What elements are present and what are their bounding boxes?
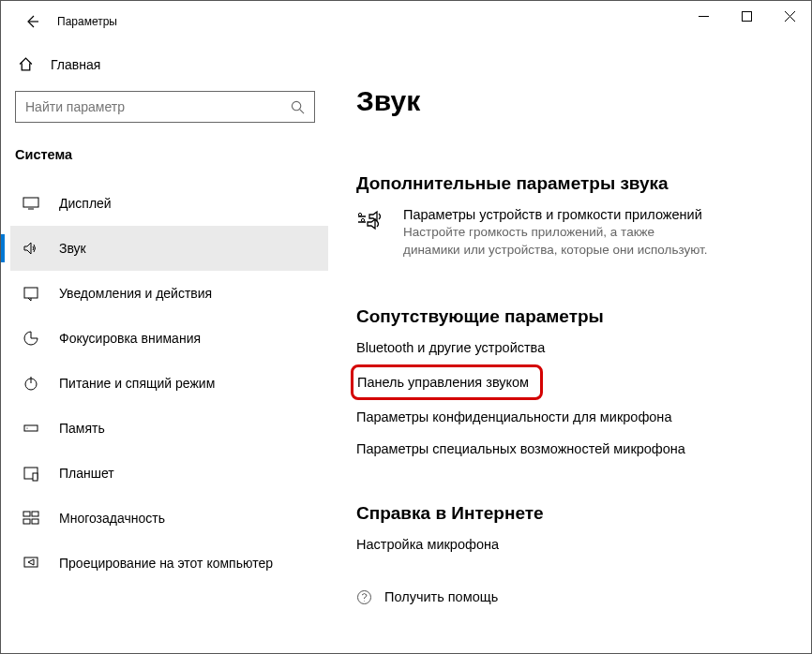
- close-icon: [785, 11, 795, 22]
- sidebar-item-label: Уведомления и действия: [59, 286, 212, 301]
- link-sound-control-panel[interactable]: Панель управления звуком: [351, 364, 543, 400]
- svg-rect-3: [24, 288, 38, 298]
- search-icon: [291, 100, 305, 114]
- power-icon: [20, 375, 42, 392]
- svg-point-15: [361, 218, 364, 221]
- sidebar-item-label: Звук: [59, 241, 86, 256]
- tablet-icon: [20, 465, 42, 482]
- multitask-icon: [20, 510, 42, 527]
- help-icon: [356, 589, 375, 605]
- projecting-icon: [20, 555, 42, 572]
- home-label: Главная: [51, 57, 100, 72]
- back-button[interactable]: [20, 9, 44, 34]
- app-volume-title: Параметры устройств и громкости приложен…: [403, 207, 713, 222]
- minimize-icon: [699, 11, 709, 22]
- get-help-link[interactable]: Получить помощь: [384, 589, 498, 604]
- display-icon: [20, 195, 42, 212]
- sidebar-item-label: Дисплей: [59, 196, 112, 211]
- sidebar-item-label: Проецирование на этот компьютер: [59, 556, 273, 571]
- svg-rect-10: [32, 512, 38, 516]
- sidebar-item-label: Многозадачность: [59, 511, 165, 526]
- sidebar-item-power[interactable]: Питание и спящий режим: [10, 361, 328, 406]
- focus-icon: [20, 330, 42, 347]
- link-bluetooth[interactable]: Bluetooth и другие устройства: [356, 340, 792, 355]
- app-volume-icon: [356, 207, 390, 260]
- related-section-title: Сопутствующие параметры: [356, 306, 792, 327]
- svg-point-14: [358, 213, 361, 216]
- sidebar-item-label: Фокусировка внимания: [59, 331, 201, 346]
- svg-rect-0: [742, 11, 751, 21]
- sidebar-item-sound[interactable]: Звук: [10, 226, 328, 271]
- link-mic-accessibility[interactable]: Параметры специальных возможностей микро…: [356, 441, 792, 456]
- svg-rect-9: [23, 512, 30, 516]
- search-box[interactable]: [15, 91, 315, 123]
- sidebar-item-tablet[interactable]: Планшет: [10, 451, 328, 496]
- page-title: Звук: [356, 85, 792, 117]
- help-section-title: Справка в Интернете: [356, 503, 792, 524]
- svg-point-1: [292, 101, 300, 110]
- notifications-icon: [20, 285, 42, 302]
- sidebar-item-label: Память: [59, 421, 105, 436]
- sidebar-item-multitask[interactable]: Многозадачность: [10, 496, 328, 541]
- home-icon: [15, 56, 36, 72]
- svg-rect-5: [24, 425, 38, 431]
- sidebar-item-label: Питание и спящий режим: [59, 376, 215, 391]
- maximize-button[interactable]: [725, 1, 768, 31]
- sound-icon: [20, 240, 42, 257]
- svg-rect-11: [23, 519, 30, 524]
- sidebar: Главная Система Дисплей Звук Уведомления…: [1, 42, 328, 653]
- svg-rect-8: [33, 473, 38, 481]
- link-mic-privacy[interactable]: Параметры конфиденциальности для микрофо…: [356, 409, 792, 424]
- svg-rect-13: [24, 557, 38, 567]
- window-title: Параметры: [57, 15, 117, 28]
- home-link[interactable]: Главная: [10, 47, 328, 82]
- minimize-button[interactable]: [682, 1, 725, 31]
- sidebar-item-projecting[interactable]: Проецирование на этот компьютер: [10, 541, 328, 586]
- sidebar-item-storage[interactable]: Память: [10, 406, 328, 451]
- svg-point-6: [26, 427, 27, 428]
- app-volume-block[interactable]: Параметры устройств и громкости приложен…: [356, 207, 792, 260]
- app-volume-desc: Настройте громкость приложений, а также …: [403, 224, 713, 260]
- close-button[interactable]: [768, 1, 811, 31]
- sidebar-item-notifications[interactable]: Уведомления и действия: [10, 271, 328, 316]
- sidebar-item-label: Планшет: [59, 466, 114, 481]
- search-input[interactable]: [25, 99, 291, 114]
- svg-rect-2: [23, 198, 38, 207]
- sidebar-item-focus[interactable]: Фокусировка внимания: [10, 316, 328, 361]
- storage-icon: [20, 420, 42, 437]
- sidebar-item-display[interactable]: Дисплей: [10, 181, 328, 226]
- svg-rect-12: [32, 519, 38, 524]
- advanced-section-title: Дополнительные параметры звука: [356, 173, 792, 194]
- main-content: Звук Дополнительные параметры звука Пара…: [328, 42, 811, 653]
- arrow-left-icon: [24, 14, 39, 29]
- category-header: Система: [10, 140, 328, 170]
- maximize-icon: [742, 11, 752, 22]
- link-mic-setup[interactable]: Настройка микрофона: [356, 537, 792, 552]
